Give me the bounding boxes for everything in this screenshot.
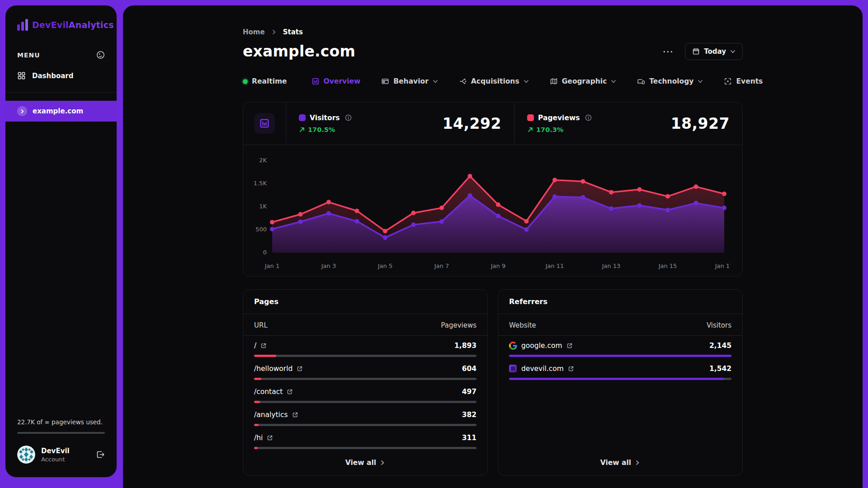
sidebar-divider bbox=[5, 92, 117, 93]
chevron-down-icon bbox=[524, 79, 529, 84]
svg-text:Jan 15: Jan 15 bbox=[658, 263, 677, 269]
breadcrumb-home[interactable]: Home bbox=[243, 28, 265, 36]
breadcrumb: Home Stats bbox=[243, 28, 743, 36]
progress-fill bbox=[254, 424, 259, 426]
chevron-right-circle-icon bbox=[17, 106, 27, 116]
svg-text:1.5K: 1.5K bbox=[254, 180, 267, 187]
svg-text:Jan 17: Jan 17 bbox=[715, 263, 731, 269]
svg-text:1K: 1K bbox=[259, 203, 267, 210]
col-header-website: Website bbox=[509, 321, 536, 329]
date-range-button[interactable]: Today bbox=[685, 43, 743, 60]
brand-logo[interactable]: DevEvilAnalytics bbox=[5, 5, 117, 35]
collapse-sidebar-icon[interactable] bbox=[96, 51, 105, 59]
external-link-icon[interactable] bbox=[297, 366, 303, 372]
page-url[interactable]: / bbox=[254, 342, 256, 350]
referrers-card-title: Referrers bbox=[498, 290, 742, 314]
traffic-card: Visitors 170.5% 14,292 bbox=[243, 102, 743, 277]
calendar-icon bbox=[692, 47, 700, 55]
svg-text:Jan 1: Jan 1 bbox=[264, 263, 279, 269]
referrers-view-all-button[interactable]: View all bbox=[498, 451, 742, 475]
svg-text:Jan 5: Jan 5 bbox=[377, 263, 392, 269]
info-icon[interactable] bbox=[585, 114, 592, 121]
col-header-visitors: Visitors bbox=[707, 321, 731, 329]
branch-icon bbox=[459, 77, 467, 85]
devices-icon bbox=[637, 77, 645, 85]
trend-up-icon bbox=[299, 127, 305, 133]
live-dot-icon bbox=[243, 79, 248, 84]
usage-meter: 22.7K of ∞ pageviews used. bbox=[5, 418, 117, 434]
visitors-swatch-icon bbox=[299, 114, 306, 121]
external-link-icon[interactable] bbox=[292, 412, 298, 418]
progress-fill bbox=[254, 401, 260, 403]
sidebar-item-site[interactable]: example.com bbox=[5, 101, 117, 122]
visitors-label: Visitors bbox=[310, 114, 340, 122]
page-url[interactable]: /helloworld bbox=[254, 365, 292, 373]
avatar[interactable] bbox=[17, 446, 35, 464]
table-row: /hi 311 bbox=[243, 428, 487, 451]
stats-chart-tile-icon bbox=[254, 113, 275, 134]
referrer-domain[interactable]: google.com bbox=[521, 342, 562, 350]
svg-text:2K: 2K bbox=[259, 157, 267, 164]
chevron-down-icon bbox=[730, 49, 736, 54]
pageviews-value: 18,927 bbox=[671, 115, 730, 132]
more-options-button[interactable]: ⋯ bbox=[661, 47, 675, 56]
chevron-right-icon bbox=[271, 29, 277, 35]
progress-track bbox=[254, 401, 476, 403]
sidebar: DevEvilAnalytics MENU Dashboard example.… bbox=[5, 5, 117, 477]
page-url[interactable]: /analytics bbox=[254, 411, 288, 419]
external-link-icon[interactable] bbox=[566, 343, 573, 349]
svg-text:Jan 13: Jan 13 bbox=[602, 263, 621, 269]
sidebar-item-label: Dashboard bbox=[32, 72, 73, 80]
grid-icon bbox=[17, 71, 26, 80]
progress-track bbox=[509, 355, 731, 357]
page-url[interactable]: /hi bbox=[254, 434, 263, 442]
tab-behavior[interactable]: Behavior bbox=[381, 77, 438, 85]
tab-realtime[interactable]: Realtime bbox=[243, 77, 287, 85]
referrer-value: 1,542 bbox=[709, 365, 731, 373]
scan-target-icon bbox=[724, 77, 732, 85]
referrer-domain[interactable]: devevil.com bbox=[521, 365, 564, 373]
account-name: DevEvil bbox=[41, 447, 90, 455]
tab-acquisitions[interactable]: Acquisitions bbox=[459, 77, 529, 85]
referrer-value: 2,145 bbox=[709, 342, 731, 350]
page-value: 1,893 bbox=[454, 342, 476, 350]
stats-row: Visitors 170.5% 14,292 bbox=[243, 102, 742, 145]
table-row: /analytics 382 bbox=[243, 405, 487, 428]
logout-icon[interactable] bbox=[96, 450, 105, 459]
pages-card: Pages URL Pageviews / 1,893 /helloworld bbox=[243, 289, 488, 476]
tab-events[interactable]: Events bbox=[724, 77, 763, 85]
tab-overview[interactable]: Overview bbox=[311, 77, 361, 85]
account-section[interactable]: DevEvil Account bbox=[5, 434, 117, 477]
col-header-url: URL bbox=[254, 321, 268, 329]
pageviews-change: 170.3% bbox=[536, 126, 563, 133]
external-link-icon[interactable] bbox=[267, 435, 273, 441]
brand-name: DevEvilAnalytics bbox=[32, 20, 114, 30]
svg-text:Jan 3: Jan 3 bbox=[321, 263, 336, 269]
site-item-label: example.com bbox=[33, 107, 83, 115]
tab-geographic[interactable]: Geographic bbox=[550, 77, 617, 85]
external-link-icon[interactable] bbox=[568, 366, 574, 372]
map-icon bbox=[550, 77, 558, 85]
pages-view-all-button[interactable]: View all bbox=[243, 451, 487, 475]
referrers-card: Referrers Website Visitors bbox=[498, 289, 743, 476]
external-link-icon[interactable] bbox=[287, 389, 293, 395]
sidebar-item-dashboard[interactable]: Dashboard bbox=[5, 66, 117, 86]
progress-fill bbox=[254, 355, 276, 357]
traffic-chart[interactable]: 05001K1.5K2KJan 1Jan 3Jan 5Jan 7Jan 9Jan… bbox=[243, 145, 742, 276]
window-icon bbox=[381, 77, 389, 85]
col-header-pageviews: Pageviews bbox=[441, 321, 476, 329]
info-icon[interactable] bbox=[345, 114, 352, 121]
svg-text:Jan 11: Jan 11 bbox=[545, 263, 564, 269]
usage-text: 22.7K of ∞ pageviews used. bbox=[17, 418, 105, 426]
main-panel: Home Stats example.com ⋯ Today bbox=[123, 5, 863, 488]
table-row: google.com 2,145 bbox=[498, 336, 742, 359]
svg-text:Jan 7: Jan 7 bbox=[434, 263, 449, 269]
google-favicon-icon bbox=[509, 342, 517, 350]
brand-bars-icon bbox=[17, 19, 28, 31]
tab-technology[interactable]: Technology bbox=[637, 77, 703, 85]
devevil-favicon-icon bbox=[509, 365, 517, 373]
external-link-icon[interactable] bbox=[260, 343, 267, 349]
date-range-label: Today bbox=[704, 47, 726, 56]
menu-section-label: MENU bbox=[17, 52, 40, 59]
page-url[interactable]: /contact bbox=[254, 388, 283, 396]
